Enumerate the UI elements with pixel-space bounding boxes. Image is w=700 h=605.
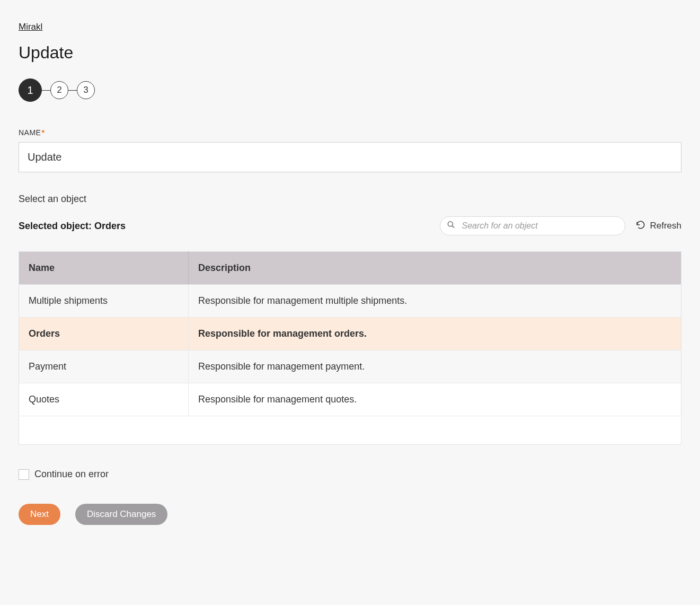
- table-row[interactable]: Multiple shipments Responsible for manag…: [19, 285, 681, 318]
- table-row[interactable]: Quotes Responsible for management quotes…: [19, 383, 681, 416]
- objects-table: Name Description Multiple shipments Resp…: [19, 251, 681, 445]
- stepper-step-2[interactable]: 2: [50, 81, 68, 99]
- selected-object-label: Selected object: Orders: [19, 221, 126, 232]
- object-controls: Refresh: [440, 216, 681, 235]
- table-cell-name: Orders: [19, 318, 189, 350]
- table-row[interactable]: Payment Responsible for management payme…: [19, 350, 681, 383]
- continue-on-error-checkbox[interactable]: [19, 469, 29, 480]
- table-header-name: Name: [19, 252, 189, 285]
- search-wrap: [440, 216, 625, 235]
- breadcrumb: Mirakl: [19, 21, 681, 32]
- table-header-row: Name Description: [19, 252, 681, 285]
- table-cell-description: Responsible for management payment.: [189, 350, 681, 383]
- refresh-icon: [636, 220, 645, 232]
- table-row-empty: [19, 416, 681, 445]
- table-header-description: Description: [189, 252, 681, 285]
- required-asterisk: *: [41, 128, 45, 137]
- table-cell-name: Multiple shipments: [19, 285, 189, 318]
- breadcrumb-link-mirakl[interactable]: Mirakl: [19, 22, 42, 32]
- next-button[interactable]: Next: [19, 504, 60, 525]
- stepper-step-1[interactable]: 1: [19, 78, 42, 102]
- selected-prefix: Selected object:: [19, 221, 94, 231]
- stepper-connector: [42, 90, 50, 91]
- stepper: 1 2 3: [19, 78, 681, 102]
- table-row[interactable]: Orders Responsible for management orders…: [19, 318, 681, 350]
- table-cell-description: Responsible for management multiple ship…: [189, 285, 681, 318]
- name-field-label: NAME*: [19, 128, 681, 137]
- refresh-label: Refresh: [650, 221, 681, 231]
- selected-object-row: Selected object: Orders Refresh: [19, 216, 681, 235]
- refresh-button[interactable]: Refresh: [636, 220, 681, 232]
- action-buttons: Next Discard Changes: [19, 504, 681, 525]
- table-cell-name: Payment: [19, 350, 189, 383]
- table-cell-description: Responsible for management quotes.: [189, 383, 681, 416]
- select-object-heading: Select an object: [19, 194, 681, 205]
- stepper-connector: [68, 90, 77, 91]
- selected-value: Orders: [94, 221, 126, 231]
- table-cell-name: Quotes: [19, 383, 189, 416]
- object-search-input[interactable]: [440, 216, 625, 235]
- table-cell-description: Responsible for management orders.: [189, 318, 681, 350]
- page-title: Update: [19, 43, 681, 63]
- name-field-group: NAME*: [19, 128, 681, 172]
- discard-changes-button[interactable]: Discard Changes: [75, 504, 167, 525]
- name-input[interactable]: [19, 142, 681, 172]
- continue-on-error-row: Continue on error: [19, 469, 681, 480]
- continue-on-error-label: Continue on error: [34, 469, 109, 480]
- name-label-text: NAME: [19, 128, 41, 137]
- stepper-step-3[interactable]: 3: [77, 81, 95, 99]
